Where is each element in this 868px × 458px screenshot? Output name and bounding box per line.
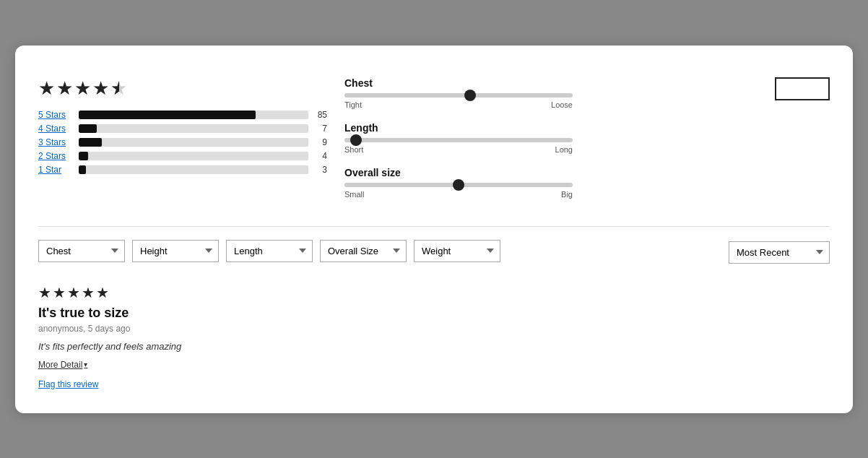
- bar-fill: [79, 152, 88, 160]
- filter-select-chest[interactable]: ChestTightTrue to sizeLoose: [38, 240, 125, 262]
- star-bar-label[interactable]: 3 Stars: [38, 137, 73, 147]
- bar-count: 4: [314, 151, 327, 161]
- bar-fill: [79, 165, 86, 174]
- filter-select-height[interactable]: HeightShortAverageTall: [132, 240, 219, 262]
- filter-select-overall_size[interactable]: Overall SizeSmallTrue to sizeLarge: [320, 240, 407, 262]
- review-body: It's fits perfectly and feels amazing: [38, 341, 830, 352]
- slider-labels-overall_size: Small Big: [344, 190, 573, 199]
- slider-right-label: Loose: [551, 100, 573, 109]
- review-meta: anonymous, 5 days ago: [38, 324, 830, 334]
- star-1: ★: [38, 77, 55, 100]
- slider-track-chest: [344, 93, 573, 98]
- slider-labels-chest: Tight Loose: [344, 100, 573, 109]
- more-detail-label: More Detail: [38, 360, 82, 370]
- bar-background: [79, 138, 308, 147]
- sort-by-section: Most RecentMost HelpfulHighest RatedLowe…: [729, 238, 830, 264]
- fit-label-chest: Chest: [344, 77, 573, 89]
- filters-row: ChestTightTrue to sizeLooseHeightShortAv…: [38, 238, 830, 264]
- write-review-section: [573, 77, 830, 100]
- star-bar-label[interactable]: 5 Stars: [38, 110, 73, 120]
- slider-left-label: Tight: [344, 100, 362, 109]
- bar-background: [79, 165, 308, 174]
- review-star-icon: ★: [53, 284, 66, 301]
- star-bar-label[interactable]: 2 Stars: [38, 151, 73, 161]
- bar-fill: [79, 124, 97, 133]
- reviews-card: ★ ★ ★ ★ ★ 5 Stars 85 4 Stars 7 3 Stars: [15, 46, 853, 413]
- star-bar-row: 1 Star 3: [38, 165, 327, 175]
- fit-section: Chest Tight Loose Length Short Long Over…: [327, 77, 573, 212]
- slider-thumb-chest: [464, 90, 476, 101]
- bar-count: 7: [314, 124, 327, 134]
- slider-left-label: Small: [344, 190, 365, 199]
- slider-thumb-overall_size: [453, 179, 464, 191]
- fit-label-overall_size: Overall size: [344, 167, 573, 178]
- filter-select-length[interactable]: LengthShortTrue to sizeLong: [226, 240, 313, 262]
- star-bar-label[interactable]: 4 Stars: [38, 124, 73, 134]
- star-bar-row: 3 Stars 9: [38, 137, 327, 147]
- fit-label-length: Length: [344, 122, 573, 134]
- sort-select[interactable]: Most RecentMost HelpfulHighest RatedLowe…: [729, 241, 830, 264]
- review-star-icon: ★: [67, 284, 80, 301]
- fit-item-overall_size: Overall size Small Big: [344, 167, 573, 199]
- slider-labels-length: Short Long: [344, 145, 573, 154]
- star-bars: 5 Stars 85 4 Stars 7 3 Stars 9 2 Stars 4…: [38, 110, 327, 175]
- filter-select-weight[interactable]: WeightLightAverageHeavy: [414, 240, 500, 262]
- star-bar-row: 4 Stars 7: [38, 124, 327, 134]
- review-card: ★★★★★ It's true to size anonymous, 5 day…: [38, 284, 830, 390]
- write-review-button[interactable]: [775, 77, 830, 100]
- chevron-down-icon: ▾: [84, 360, 87, 368]
- review-star-icon: ★: [82, 284, 95, 301]
- star-bar-row: 5 Stars 85: [38, 110, 327, 120]
- review-star-icon: ★: [38, 284, 51, 301]
- bar-count: 3: [314, 165, 327, 175]
- fit-item-length: Length Short Long: [344, 122, 573, 154]
- bar-count: 85: [314, 110, 327, 120]
- slider-thumb-length: [350, 134, 362, 146]
- star-4: ★: [92, 77, 109, 100]
- review-title: It's true to size: [38, 306, 830, 321]
- star-bar-row: 2 Stars 4: [38, 151, 327, 161]
- star-5-half: ★: [110, 77, 127, 100]
- bar-fill: [79, 111, 256, 119]
- star-3: ★: [74, 77, 91, 100]
- slider-track-length: [344, 138, 573, 142]
- bar-fill: [79, 138, 102, 147]
- top-section: ★ ★ ★ ★ ★ 5 Stars 85 4 Stars 7 3 Stars: [38, 77, 830, 212]
- rating-summary: ★ ★ ★ ★ ★ 5 Stars 85 4 Stars 7 3 Stars: [38, 77, 327, 178]
- star-icons: ★ ★ ★ ★ ★: [38, 77, 127, 100]
- bar-background: [79, 152, 308, 160]
- slider-track-overall_size: [344, 183, 573, 187]
- bar-background: [79, 111, 308, 119]
- bar-count: 9: [314, 137, 327, 147]
- slider-right-label: Long: [555, 145, 573, 154]
- star-bar-label[interactable]: 1 Star: [38, 165, 73, 175]
- review-star-icon: ★: [96, 284, 109, 301]
- slider-right-label: Big: [561, 190, 573, 199]
- bar-background: [79, 124, 308, 133]
- more-detail-link[interactable]: More Detail ▾: [38, 360, 87, 370]
- star-2: ★: [56, 77, 73, 100]
- divider: [38, 226, 830, 227]
- review-stars: ★★★★★: [38, 284, 830, 301]
- flag-review-link[interactable]: Flag this review: [38, 379, 98, 389]
- overall-rating: ★ ★ ★ ★ ★: [38, 77, 327, 100]
- slider-left-label: Short: [344, 145, 363, 154]
- fit-item-chest: Chest Tight Loose: [344, 77, 573, 109]
